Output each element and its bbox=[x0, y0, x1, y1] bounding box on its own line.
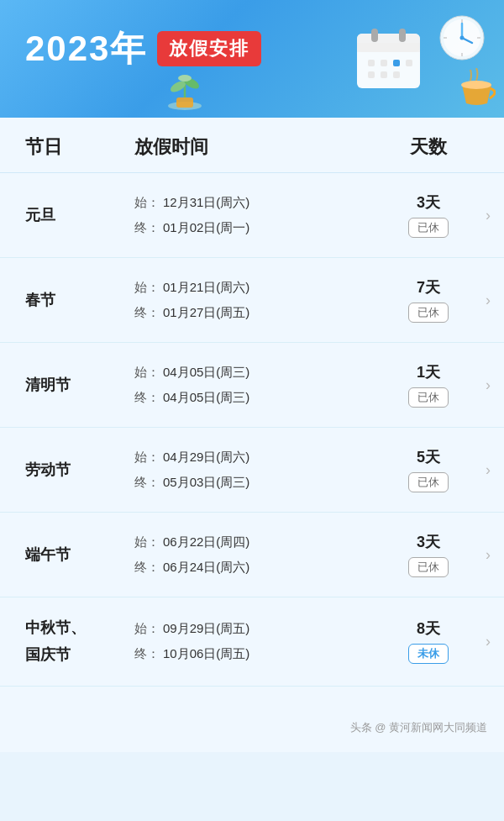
chevron-zhongqiu: › bbox=[486, 633, 491, 650]
chevron-laodong: › bbox=[486, 461, 491, 479]
svg-rect-11 bbox=[357, 43, 420, 52]
days-qingming: 1天 bbox=[417, 362, 440, 382]
holiday-name-duanwu: 端午节 bbox=[25, 543, 126, 567]
col-header-days: 天数 bbox=[378, 134, 479, 160]
svg-rect-15 bbox=[381, 60, 387, 66]
holiday-right-chunjie: 7天 已休 bbox=[378, 277, 479, 323]
status-yuandan: 已休 bbox=[408, 218, 449, 238]
holiday-name-chunjie: 春节 bbox=[25, 288, 126, 313]
days-chunjie: 7天 bbox=[417, 277, 440, 297]
holiday-row-laodong[interactable]: 劳动节 始：04月29日(周六) 终：05月03日(周三) 5天 已休 › bbox=[0, 428, 504, 513]
chevron-duanwu: › bbox=[486, 546, 491, 564]
holiday-right-duanwu: 3天 已休 bbox=[378, 532, 479, 577]
holiday-dates-duanwu: 始：06月22日(周四) 终：06月24日(周六) bbox=[126, 529, 378, 580]
svg-point-26 bbox=[178, 75, 192, 82]
start-date-chunjie: 始：01月21日(周六) bbox=[134, 275, 378, 300]
holiday-dates-chunjie: 始：01月21日(周六) 终：01月27日(周五) bbox=[126, 275, 378, 325]
holiday-name-qingming: 清明节 bbox=[25, 373, 126, 397]
holiday-name-zhongqiu: 中秋节、国庆节 bbox=[25, 614, 126, 669]
holiday-name-yuandan: 元旦 bbox=[25, 203, 126, 228]
chevron-yuandan: › bbox=[486, 207, 491, 224]
status-chunjie: 已休 bbox=[408, 303, 449, 323]
chevron-chunjie: › bbox=[486, 292, 491, 309]
holiday-row-duanwu[interactable]: 端午节 始：06月22日(周四) 终：06月24日(周六) 3天 已休 › bbox=[0, 513, 504, 597]
days-duanwu: 3天 bbox=[417, 532, 440, 552]
main-content: 节日 放假时间 天数 元旦 始：12月31日(周六) 终：01月02日(周一) … bbox=[0, 118, 504, 712]
footer: 头条 @ 黄河新闻网大同频道 bbox=[0, 712, 504, 752]
svg-rect-13 bbox=[399, 29, 406, 42]
svg-point-4 bbox=[460, 36, 465, 40]
holiday-row-zhongqiu[interactable]: 中秋节、国庆节 始：09月29日(周五) 终：10月06日(周五) 8天 未休 … bbox=[0, 597, 504, 687]
end-date-yuandan: 终：01月02日(周一) bbox=[134, 215, 378, 240]
svg-rect-22 bbox=[176, 97, 193, 108]
col-header-time: 放假时间 bbox=[126, 134, 378, 160]
start-date-yuandan: 始：12月31日(周六) bbox=[134, 190, 378, 215]
days-laodong: 5天 bbox=[417, 447, 440, 467]
start-date-duanwu: 始：06月22日(周四) bbox=[134, 529, 378, 555]
holiday-right-laodong: 5天 已休 bbox=[378, 447, 479, 492]
status-qingming: 已休 bbox=[408, 387, 449, 408]
svg-rect-17 bbox=[406, 60, 412, 66]
svg-rect-20 bbox=[393, 71, 400, 78]
end-date-duanwu: 终：06月24日(周六) bbox=[134, 555, 378, 580]
holiday-dates-laodong: 始：04月29日(周六) 终：05月03日(周三) bbox=[126, 445, 378, 495]
year-text: 2023年 bbox=[25, 25, 147, 72]
svg-rect-19 bbox=[381, 71, 387, 78]
holiday-row-yuandan[interactable]: 元旦 始：12月31日(周六) 终：01月02日(周一) 3天 已休 › bbox=[0, 173, 504, 258]
svg-rect-14 bbox=[368, 60, 375, 66]
holiday-row-chunjie[interactable]: 春节 始：01月21日(周六) 终：01月27日(周五) 7天 已休 › bbox=[0, 258, 504, 343]
cup-deco bbox=[458, 68, 496, 113]
holiday-row-qingming[interactable]: 清明节 始：04月05日(周三) 终：04月05日(周三) 1天 已休 › bbox=[0, 343, 504, 428]
days-yuandan: 3天 bbox=[417, 192, 440, 213]
end-date-zhongqiu: 终：10月06日(周五) bbox=[134, 641, 378, 666]
status-duanwu: 已休 bbox=[408, 557, 449, 577]
days-zhongqiu: 8天 bbox=[417, 618, 440, 639]
calendar-deco bbox=[353, 21, 428, 100]
chevron-qingming: › bbox=[486, 376, 491, 394]
status-laodong: 已休 bbox=[408, 472, 449, 492]
holiday-name-laodong: 劳动节 bbox=[25, 458, 126, 482]
holiday-badge: 放假安排 bbox=[157, 31, 261, 66]
plant-deco bbox=[160, 68, 210, 113]
holiday-right-yuandan: 3天 已休 bbox=[378, 192, 479, 238]
start-date-laodong: 始：04月29日(周六) bbox=[134, 445, 378, 470]
svg-rect-18 bbox=[368, 71, 375, 78]
footer-source: 头条 @ 黄河新闻网大同频道 bbox=[350, 721, 487, 734]
svg-rect-12 bbox=[371, 29, 378, 42]
start-date-qingming: 始：04月05日(周三) bbox=[134, 360, 378, 385]
svg-point-27 bbox=[461, 81, 491, 89]
status-zhongqiu: 未休 bbox=[408, 644, 449, 664]
svg-rect-16 bbox=[393, 60, 400, 66]
table-header: 节日 放假时间 天数 bbox=[0, 118, 504, 173]
holiday-right-zhongqiu: 8天 未休 bbox=[378, 618, 479, 664]
header: 2023年 放假安排 bbox=[0, 0, 504, 118]
holiday-dates-qingming: 始：04月05日(周三) 终：04月05日(周三) bbox=[126, 360, 378, 410]
clock-icon bbox=[437, 13, 487, 66]
holiday-right-qingming: 1天 已休 bbox=[378, 362, 479, 408]
end-date-chunjie: 终：01月27日(周五) bbox=[134, 300, 378, 325]
holiday-dates-zhongqiu: 始：09月29日(周五) 终：10月06日(周五) bbox=[126, 616, 378, 666]
holiday-dates-yuandan: 始：12月31日(周六) 终：01月02日(周一) bbox=[126, 190, 378, 240]
end-date-qingming: 终：04月05日(周三) bbox=[134, 385, 378, 410]
col-header-name: 节日 bbox=[25, 134, 126, 160]
end-date-laodong: 终：05月03日(周三) bbox=[134, 470, 378, 495]
start-date-zhongqiu: 始：09月29日(周五) bbox=[134, 616, 378, 641]
